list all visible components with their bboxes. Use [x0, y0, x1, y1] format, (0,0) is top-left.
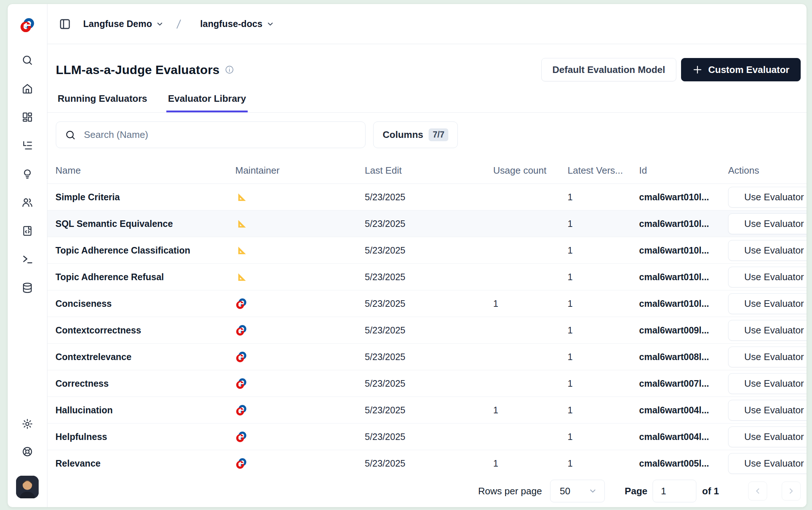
use-evaluator-button[interactable]: Use Evaluator [728, 347, 807, 367]
sidebar-toggle-icon[interactable] [58, 18, 71, 31]
home-icon[interactable] [22, 83, 33, 94]
col-header-maintainer[interactable]: Maintainer [235, 165, 365, 176]
table-row[interactable]: Correctness 5/23/2025 1 cmal6wart007l...… [47, 370, 807, 397]
search-icon[interactable] [22, 54, 33, 66]
actions-cell: Use Evaluator [728, 320, 807, 341]
use-evaluator-button[interactable]: Use Evaluator [728, 213, 807, 234]
page-label: Page [625, 486, 647, 497]
maintainer-cell [235, 431, 365, 443]
latest-version-cell: 1 [568, 352, 639, 362]
rows-per-page-select[interactable]: 50 [550, 480, 605, 502]
table-body: Simple Criteria 5/23/2025 1 cmal6wart010… [47, 184, 807, 475]
custom-evaluator-button[interactable]: Custom Evaluator [681, 58, 801, 81]
default-evaluation-model-button[interactable]: Default Evaluation Model [541, 58, 676, 81]
ragas-logo-icon [235, 218, 247, 230]
users-icon[interactable] [22, 197, 33, 208]
usage-count-cell: 1 [493, 458, 568, 469]
table-row[interactable]: Topic Adherence Refusal 5/23/2025 1 cmal… [47, 264, 807, 290]
use-evaluator-button[interactable]: Use Evaluator [728, 240, 807, 261]
table-row[interactable]: Hallucination 5/23/2025 1 1 cmal6wart004… [47, 397, 807, 424]
use-evaluator-button[interactable]: Use Evaluator [728, 267, 807, 287]
actions-cell: Use Evaluator [728, 426, 807, 447]
table-row[interactable]: SQL Semantic Equivalence 5/23/2025 1 cma… [47, 210, 807, 237]
settings-gear-icon[interactable] [22, 418, 33, 430]
actions-cell: Use Evaluator [728, 267, 807, 287]
tab-bar: Running Evaluators Evaluator Library [47, 93, 807, 113]
latest-version-cell: 1 [568, 192, 639, 202]
chevron-right-icon [787, 487, 796, 495]
user-avatar[interactable] [16, 476, 39, 498]
maintainer-cell [235, 404, 365, 416]
usage-count-cell: 1 [493, 405, 568, 416]
custom-evaluator-label: Custom Evaluator [708, 64, 790, 76]
table-row[interactable]: Conciseness 5/23/2025 1 1 cmal6wart010l.… [47, 290, 807, 317]
latest-version-cell: 1 [568, 219, 639, 229]
tab-running-evaluators[interactable]: Running Evaluators [56, 93, 149, 112]
maintainer-cell [235, 457, 365, 470]
use-evaluator-button[interactable]: Use Evaluator [728, 373, 807, 394]
latest-version-cell: 1 [568, 378, 639, 389]
evaluator-id: cmal6wart007l... [639, 378, 728, 389]
col-header-last-edit[interactable]: Last Edit [365, 165, 493, 176]
breadcrumb-separator [173, 18, 185, 30]
previous-page-button[interactable] [748, 482, 767, 501]
table-row[interactable]: Simple Criteria 5/23/2025 1 cmal6wart010… [47, 184, 807, 210]
col-header-usage-count[interactable]: Usage count [493, 165, 568, 176]
main-area: Langfuse Demo langfuse-docs LLM-as-a-Jud… [47, 4, 807, 507]
columns-button[interactable]: Columns 7/7 [373, 121, 458, 148]
plus-icon [692, 65, 703, 75]
langfuse-logo[interactable] [19, 17, 35, 33]
actions-cell: Use Evaluator [728, 400, 807, 421]
table-row[interactable]: Contextcorrectness 5/23/2025 1 cmal6wart… [47, 317, 807, 344]
use-evaluator-button[interactable]: Use Evaluator [728, 426, 807, 447]
evaluation-icon[interactable] [22, 168, 33, 180]
last-edit-cell: 5/23/2025 [365, 192, 493, 202]
table-row[interactable]: Relevance 5/23/2025 1 1 cmal6wart005l...… [47, 450, 807, 475]
evaluator-name: Contextrelevance [55, 352, 235, 362]
use-evaluator-button[interactable]: Use Evaluator [728, 320, 807, 341]
evaluator-name: Hallucination [55, 405, 235, 416]
col-header-name[interactable]: Name [55, 165, 235, 176]
breadcrumb-org[interactable]: Langfuse Demo [83, 19, 164, 29]
next-page-button[interactable] [782, 482, 801, 501]
table-row[interactable]: Helpfulness 5/23/2025 1 cmal6wart004l...… [47, 424, 807, 450]
evaluator-name: Simple Criteria [55, 192, 235, 202]
evaluator-id: cmal6wart008l... [639, 352, 728, 362]
playground-icon[interactable] [22, 254, 33, 265]
table-row[interactable]: Topic Adherence Classification 5/23/2025… [47, 237, 807, 264]
last-edit-cell: 5/23/2025 [365, 298, 493, 309]
maintainer-cell [235, 218, 365, 230]
use-evaluator-button[interactable]: Use Evaluator [728, 400, 807, 421]
col-header-latest-version[interactable]: Latest Vers... [568, 165, 639, 176]
search-box[interactable] [56, 121, 366, 148]
evaluators-table: Name Maintainer Last Edit Usage count La… [47, 158, 807, 475]
use-evaluator-button[interactable]: Use Evaluator [728, 293, 807, 314]
use-evaluator-button[interactable]: Use Evaluator [728, 187, 807, 208]
pagination-footer: Rows per page 50 Page of 1 [47, 475, 807, 507]
last-edit-cell: 5/23/2025 [365, 219, 493, 229]
col-header-actions[interactable]: Actions [728, 165, 807, 176]
maintainer-cell [235, 351, 365, 363]
prompts-icon[interactable] [22, 225, 33, 237]
support-lifebuoy-icon[interactable] [22, 446, 33, 457]
col-header-id[interactable]: Id [639, 165, 728, 176]
use-evaluator-button[interactable]: Use Evaluator [728, 453, 807, 474]
usage-count-cell: 1 [493, 298, 568, 309]
latest-version-cell: 1 [568, 272, 639, 282]
datasets-icon[interactable] [22, 282, 33, 294]
page-number-input[interactable] [653, 480, 696, 502]
search-icon [65, 130, 76, 140]
tab-evaluator-library[interactable]: Evaluator Library [166, 93, 248, 112]
table-row[interactable]: Contextrelevance 5/23/2025 1 cmal6wart00… [47, 344, 807, 370]
tracing-icon[interactable] [22, 140, 33, 151]
breadcrumb-project[interactable]: langfuse-docs [200, 19, 274, 29]
last-edit-cell: 5/23/2025 [365, 432, 493, 442]
search-input[interactable] [84, 129, 356, 140]
dashboards-icon[interactable] [22, 111, 33, 123]
langfuse-logo-icon [235, 324, 247, 336]
actions-cell: Use Evaluator [728, 187, 807, 208]
info-icon[interactable] [225, 65, 234, 74]
maintainer-cell [235, 271, 365, 283]
latest-version-cell: 1 [568, 245, 639, 256]
evaluator-name: Contextcorrectness [55, 325, 235, 336]
